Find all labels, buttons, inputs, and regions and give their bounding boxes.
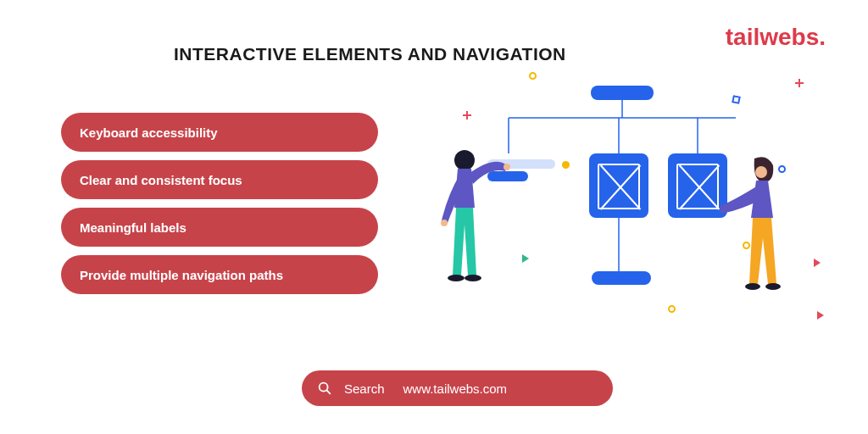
search-value: www.tailwebs.com <box>403 381 508 396</box>
node-card-b <box>668 153 727 218</box>
brand-logo: tailwebs. <box>726 24 826 51</box>
shape-plus-icon <box>463 111 471 120</box>
svg-point-5 <box>448 275 465 281</box>
page-title: INTERACTIVE ELEMENTS AND NAVIGATION <box>174 44 566 64</box>
shape-triangle-icon <box>814 259 821 267</box>
pill-label: Clear and consistent focus <box>80 173 242 187</box>
feature-pill: Provide multiple navigation paths <box>61 255 378 294</box>
shape-circle-icon <box>668 305 676 313</box>
pill-label: Meaningful labels <box>80 220 186 235</box>
pill-label: Provide multiple navigation paths <box>80 268 283 282</box>
shape-triangle-icon <box>817 311 824 320</box>
pill-label: Keyboard accessibility <box>80 125 218 140</box>
person-left <box>422 148 524 352</box>
node-top <box>591 86 654 100</box>
shape-circle-icon <box>743 242 750 249</box>
svg-line-1 <box>327 391 331 394</box>
node-bottom <box>592 271 651 285</box>
feature-pill: Clear and consistent focus <box>61 160 378 199</box>
feature-pill: Keyboard accessibility <box>61 113 378 152</box>
svg-point-10 <box>765 283 781 290</box>
shape-square-icon <box>732 95 741 104</box>
svg-point-4 <box>441 220 448 226</box>
feature-pill-list: Keyboard accessibility Clear and consist… <box>61 113 378 294</box>
hero-illustration <box>431 72 868 360</box>
shape-plus-icon <box>795 79 804 87</box>
shape-triangle-icon <box>522 254 529 263</box>
shape-circle-icon <box>529 72 537 80</box>
svg-point-7 <box>755 166 767 178</box>
svg-point-3 <box>504 164 510 170</box>
node-card-a <box>589 153 648 218</box>
dot-yellow <box>562 161 570 169</box>
person-right <box>721 157 822 352</box>
search-label: Search <box>344 381 385 396</box>
search-icon <box>317 381 332 396</box>
svg-point-9 <box>745 283 760 290</box>
shape-circle-icon <box>778 165 786 173</box>
search-bar[interactable]: Search www.tailwebs.com <box>302 370 613 406</box>
feature-pill: Meaningful labels <box>61 208 378 247</box>
svg-point-6 <box>465 275 481 281</box>
